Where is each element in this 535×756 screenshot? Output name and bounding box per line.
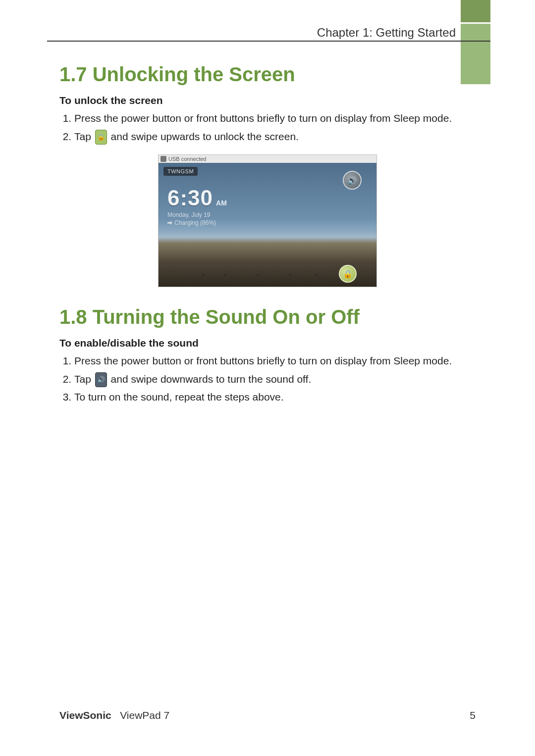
- lockscreen-charging: Charging (86%): [167, 219, 216, 226]
- sub-heading-unlock: To unlock the screen: [59, 95, 476, 106]
- sub-heading-sound: To enable/disable the sound: [59, 337, 476, 349]
- status-text: USB connected: [168, 156, 206, 162]
- step-2-sound: Tap 🔊 and swipe downwards to turn the so…: [74, 371, 476, 388]
- document-page: Chapter 1: Getting Started 1.7 Unlocking…: [0, 0, 535, 756]
- section-heading-1-7: 1.7 Unlocking the Screen: [59, 63, 476, 86]
- plug-icon: [167, 221, 172, 225]
- steps-list-unlock: Press the power button or front buttons …: [59, 110, 476, 145]
- step-2-unlock-text-a: Tap: [74, 131, 91, 142]
- footer-page-number: 5: [470, 709, 476, 721]
- page-footer: ViewSonic ViewPad 7 5: [59, 709, 476, 721]
- lock-icon: 🔒: [95, 130, 107, 145]
- clock-ampm: AM: [216, 199, 227, 207]
- step-3-sound: To turn on the sound, repeat the steps a…: [74, 389, 476, 405]
- page-content: 1.7 Unlocking the Screen To unlock the s…: [59, 54, 476, 407]
- steps-list-sound: Press the power button or front buttons …: [59, 353, 476, 405]
- clock-time: 6:30: [167, 186, 213, 210]
- lockscreen-clock: 6:30 AM: [167, 186, 227, 210]
- charging-text: Charging (86%): [174, 219, 216, 226]
- carrier-badge: TWNGSM: [163, 167, 198, 176]
- unlock-icon: 🔒: [339, 265, 357, 283]
- step-2-sound-text-a: Tap: [74, 373, 91, 385]
- usb-icon: [160, 156, 166, 162]
- step-1-sound: Press the power button or front buttons …: [74, 353, 476, 369]
- lockscreen-date: Monday, July 19: [167, 211, 211, 218]
- header-band: Chapter 1: Getting Started: [47, 24, 490, 42]
- sound-icon: 🔊: [95, 372, 107, 387]
- footer-brand-bold: ViewSonic: [59, 709, 111, 721]
- section-heading-1-8: 1.8 Turning the Sound On or Off: [59, 306, 476, 328]
- status-bar: USB connected: [159, 155, 376, 163]
- step-1-unlock: Press the power button or front buttons …: [74, 110, 476, 127]
- lockscreen-body: TWNGSM 🔊 6:30 AM Monday, July 19 Chargin…: [159, 163, 376, 287]
- step-2-sound-text-b: and swipe downwards to turn the sound of…: [111, 373, 312, 385]
- step-2-unlock: Tap 🔒 and swipe upwards to unlock the sc…: [74, 129, 476, 145]
- step-2-unlock-text-b: and swipe upwards to unlock the screen.: [111, 131, 299, 142]
- lockscreen-screenshot: USB connected TWNGSM 🔊 6:30 AM Monday, J…: [158, 154, 377, 287]
- chapter-label: Chapter 1: Getting Started: [317, 26, 456, 40]
- decorative-tab: [461, 0, 490, 22]
- footer-brand-rest: ViewPad 7: [120, 709, 169, 721]
- footer-brand: ViewSonic ViewPad 7: [59, 709, 169, 721]
- sound-toggle-icon: 🔊: [343, 171, 362, 190]
